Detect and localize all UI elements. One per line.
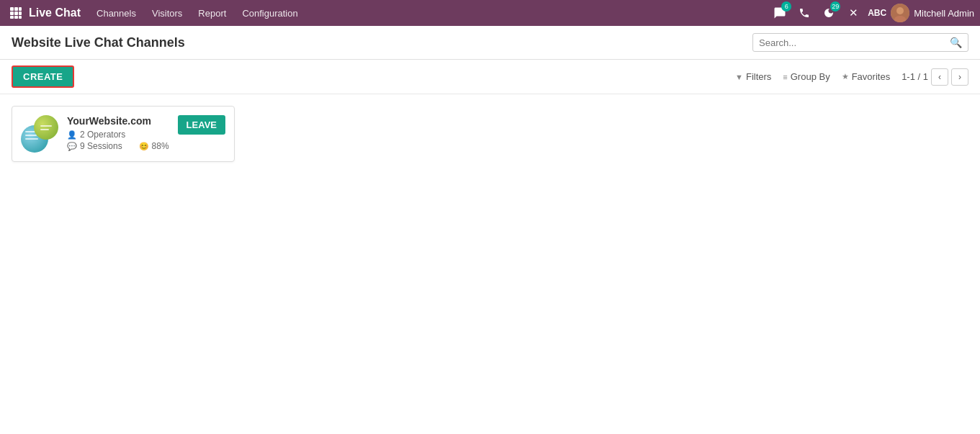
channel-card: YourWebsite.com 👤 2 Operators 💬 9 Sessio… <box>12 106 235 162</box>
line2 <box>25 135 37 136</box>
chat-icon-btn[interactable]: 6 <box>770 3 790 23</box>
page-title: Website Live Chat Channels <box>12 35 752 50</box>
svg-rect-8 <box>19 16 22 19</box>
groupby-icon: ≡ <box>783 73 787 81</box>
filter-section: ▼ Filters ≡ Group By ★ Favorites 1-1 / 1… <box>735 68 968 86</box>
svg-rect-7 <box>14 16 18 19</box>
satisfaction-value: 88% <box>152 141 169 151</box>
svg-rect-1 <box>14 7 18 11</box>
channel-name: YourWebsite.com <box>67 115 169 127</box>
search-input[interactable] <box>759 37 950 48</box>
svg-rect-3 <box>10 12 14 15</box>
cards-area: YourWebsite.com 👤 2 Operators 💬 9 Sessio… <box>0 94 980 173</box>
filters-label: Filters <box>746 71 771 82</box>
close-icon-btn[interactable]: ✕ <box>843 3 863 23</box>
fline2 <box>40 129 49 130</box>
pagination: 1-1 / 1 ‹ › <box>902 68 968 86</box>
topnav: Live Chat Channels Visitors Report Confi… <box>0 0 980 26</box>
favorites-label: Favorites <box>852 71 890 82</box>
star-icon: ★ <box>842 72 849 81</box>
nav-report[interactable]: Report <box>191 5 233 22</box>
nav-channels[interactable]: Channels <box>89 5 143 22</box>
chat-badge: 6 <box>781 1 791 12</box>
groupby-button[interactable]: ≡ Group By <box>783 71 830 82</box>
favorites-button[interactable]: ★ Favorites <box>842 71 890 82</box>
create-button[interactable]: CREATE <box>12 65 74 88</box>
svg-point-10 <box>896 7 904 14</box>
svg-rect-0 <box>10 7 14 11</box>
page-container: Website Live Chat Channels 🔍 CREATE ▼ Fi… <box>0 26 980 434</box>
abc-label[interactable]: ABC <box>868 8 886 18</box>
search-icon: 🔍 <box>950 37 962 48</box>
satisfaction-icon: 😊 <box>139 142 149 151</box>
app-name: Live Chat <box>29 6 81 19</box>
line3 <box>25 138 38 140</box>
bubble-lines-front <box>36 119 56 136</box>
phone-icon-btn[interactable] <box>794 3 814 23</box>
nav-configuration[interactable]: Configuration <box>235 5 305 22</box>
channel-operators: 👤 2 Operators <box>67 130 169 140</box>
moon-icon-btn[interactable]: 29 <box>819 3 839 23</box>
topnav-right: 6 29 ✕ ABC Mitchell Admin <box>770 3 974 23</box>
moon-badge: 29 <box>830 1 840 12</box>
action-bar: CREATE ▼ Filters ≡ Group By ★ Favorites … <box>0 60 980 94</box>
channel-satisfaction: 😊 88% <box>139 141 169 151</box>
sessions-count: 9 Sessions <box>80 141 122 151</box>
operators-count: 2 Operators <box>80 130 125 140</box>
svg-rect-2 <box>19 7 22 11</box>
pagination-text: 1-1 / 1 <box>902 71 928 82</box>
x-icon: ✕ <box>849 6 858 19</box>
svg-rect-5 <box>19 12 22 15</box>
leave-button[interactable]: LEAVE <box>178 115 225 135</box>
apps-grid-icon[interactable] <box>6 3 26 23</box>
nav-visitors[interactable]: Visitors <box>145 5 189 22</box>
filter-icon: ▼ <box>735 73 743 81</box>
user-avatar[interactable] <box>891 4 909 22</box>
groupby-label: Group By <box>791 71 830 82</box>
fline1 <box>40 125 52 127</box>
next-page-button[interactable]: › <box>951 68 968 86</box>
topnav-menu: Channels Visitors Report Configuration <box>89 5 767 22</box>
search-bar: 🔍 <box>752 33 968 52</box>
channel-sessions: 💬 9 Sessions <box>67 141 122 151</box>
channel-card-bottom: 💬 9 Sessions 😊 88% <box>67 141 169 153</box>
channel-logo <box>21 115 58 153</box>
svg-rect-6 <box>10 16 14 19</box>
filters-button[interactable]: ▼ Filters <box>735 71 771 82</box>
page-toolbar: Website Live Chat Channels 🔍 <box>0 26 980 60</box>
username[interactable]: Mitchell Admin <box>914 8 974 19</box>
svg-rect-4 <box>14 12 18 15</box>
prev-page-button[interactable]: ‹ <box>931 68 948 86</box>
sessions-icon: 💬 <box>67 142 77 151</box>
operators-icon: 👤 <box>67 130 77 140</box>
bubble-front <box>34 115 58 140</box>
channel-info: YourWebsite.com 👤 2 Operators 💬 9 Sessio… <box>67 115 169 153</box>
